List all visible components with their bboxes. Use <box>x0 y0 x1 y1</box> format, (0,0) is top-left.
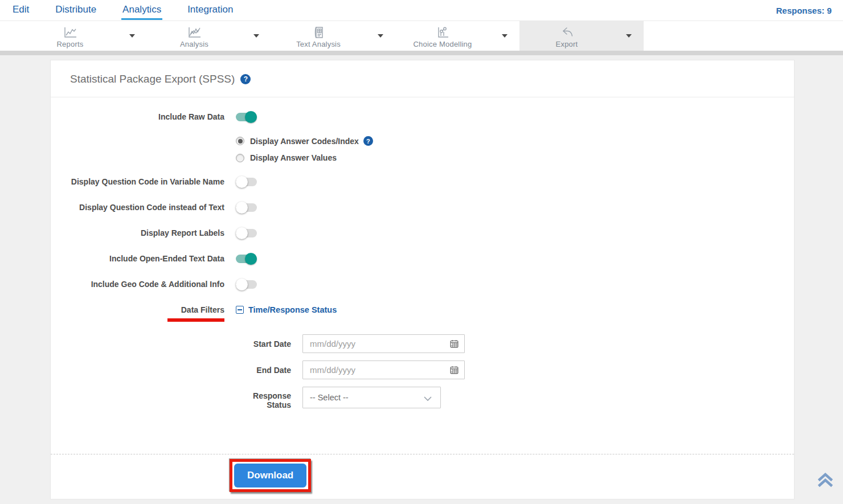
nav-analytics[interactable]: Analytics <box>121 1 162 20</box>
tab-reports[interactable]: Reports <box>23 21 147 51</box>
time-response-status-section-toggle[interactable]: Time/Response Status <box>236 305 337 314</box>
scroll-to-top-icon[interactable] <box>816 470 835 492</box>
responses-count: Responses: 9 <box>776 6 832 15</box>
response-status-select[interactable]: -- Select -- <box>302 387 441 408</box>
radio-display-answer-codes[interactable]: Display Answer Codes/Index ? <box>236 136 794 146</box>
toggle-knob <box>236 176 248 188</box>
include-raw-data-toggle[interactable] <box>236 113 257 121</box>
tab-label: Choice Modelling <box>414 40 472 48</box>
response-status-row: Response Status -- Select -- <box>51 387 794 409</box>
answer-display-radio-group: Display Answer Codes/Index ? Display Ans… <box>236 136 794 162</box>
data-filters-row: Data Filters Time/Response Status <box>51 305 794 322</box>
setting-label: Display Report Labels <box>51 228 224 237</box>
tab-choice-modelling[interactable]: Choice Modelling <box>395 21 519 51</box>
export-settings-panel: Statistical Package Export (SPSS) ? Incl… <box>50 60 795 499</box>
chevron-down-icon[interactable] <box>117 21 147 51</box>
end-date-input[interactable] <box>302 360 465 379</box>
bubble-chart-icon <box>436 26 449 39</box>
chevron-down-icon[interactable] <box>614 21 644 51</box>
tab-text-analysis[interactable]: Text Analysis <box>271 21 395 51</box>
end-date-row: End Date <box>51 360 794 379</box>
analytics-toolbar: Reports Analysis <box>0 21 843 51</box>
chevron-down-icon <box>423 395 432 404</box>
help-icon[interactable]: ? <box>240 74 251 84</box>
radio-selected-icon <box>236 137 244 145</box>
setting-label: Include Open-Ended Text Data <box>51 254 224 263</box>
start-date-input[interactable] <box>302 334 465 353</box>
section-title: Time/Response Status <box>248 305 337 314</box>
tab-analysis[interactable]: Analysis <box>147 21 271 51</box>
setting-label: Include Raw Data <box>51 112 224 121</box>
setting-label: Display Question Code in Variable Name <box>51 177 224 186</box>
help-icon[interactable]: ? <box>363 136 373 146</box>
export-arrow-icon <box>559 26 574 39</box>
start-date-label: Start Date <box>51 339 291 349</box>
line-chart-icon <box>63 26 77 39</box>
setting-row: Display Question Code instead of Text <box>51 203 794 212</box>
setting-row: Display Question Code in Variable Name <box>51 177 794 186</box>
document-grid-icon <box>312 26 325 39</box>
nav-edit[interactable]: Edit <box>11 1 30 20</box>
toggle-knob <box>245 111 257 123</box>
tab-label: Export <box>556 40 578 48</box>
toggle-knob <box>236 227 248 239</box>
tab-label: Text Analysis <box>296 40 341 48</box>
tab-label: Reports <box>57 40 84 48</box>
report-labels-toggle[interactable] <box>236 229 257 237</box>
toggle-knob <box>245 253 257 265</box>
tab-export[interactable]: Export <box>519 21 644 51</box>
calendar-icon[interactable] <box>449 365 459 377</box>
response-status-label-text: Response Status <box>245 391 291 409</box>
start-date-row: Start Date <box>51 334 794 353</box>
setting-row: Include Open-Ended Text Data <box>51 254 794 263</box>
calendar-icon[interactable] <box>449 339 459 351</box>
geo-code-toggle[interactable] <box>236 280 257 289</box>
radio-label: Display Answer Codes/Index <box>250 137 359 146</box>
radio-unselected-icon <box>236 154 244 162</box>
radio-display-answer-values[interactable]: Display Answer Values <box>236 153 794 162</box>
collapse-minus-icon[interactable] <box>236 306 244 314</box>
download-button[interactable]: Download <box>234 464 306 487</box>
export-options-form: Include Raw Data Display Answer Codes/In… <box>51 97 794 417</box>
chevron-down-icon[interactable] <box>242 21 271 51</box>
toggle-knob <box>236 278 248 290</box>
annotation-box: Download <box>230 459 311 492</box>
toolbar-separator <box>0 51 843 55</box>
download-section: Download <box>51 454 794 499</box>
nav-integration[interactable]: Integration <box>186 1 234 20</box>
chevron-down-icon[interactable] <box>490 21 519 51</box>
question-code-variable-toggle[interactable] <box>236 178 257 186</box>
select-value: -- Select -- <box>310 393 349 402</box>
setting-row: Display Report Labels <box>51 228 794 237</box>
data-filters-label: Data Filters <box>181 305 224 314</box>
tab-label: Analysis <box>180 40 208 48</box>
top-navigation: Edit Distribute Analytics Integration Re… <box>0 0 843 21</box>
end-date-label: End Date <box>51 366 291 375</box>
setting-row: Include Geo Code & Additional Info <box>51 280 794 289</box>
annotation-underline <box>167 318 224 322</box>
question-code-text-toggle[interactable] <box>236 203 257 212</box>
setting-row: Include Raw Data <box>51 112 794 121</box>
chevron-down-icon[interactable] <box>366 21 395 51</box>
trend-chart-icon <box>187 26 202 39</box>
setting-label: Include Geo Code & Additional Info <box>51 280 224 289</box>
toggle-knob <box>236 202 248 214</box>
radio-label: Display Answer Values <box>250 153 337 162</box>
setting-label: Display Question Code instead of Text <box>51 203 224 212</box>
page-title: Statistical Package Export (SPSS) <box>70 73 235 85</box>
open-ended-toggle[interactable] <box>236 255 257 263</box>
nav-distribute[interactable]: Distribute <box>54 1 97 20</box>
response-status-label: Response Status <box>51 387 291 409</box>
